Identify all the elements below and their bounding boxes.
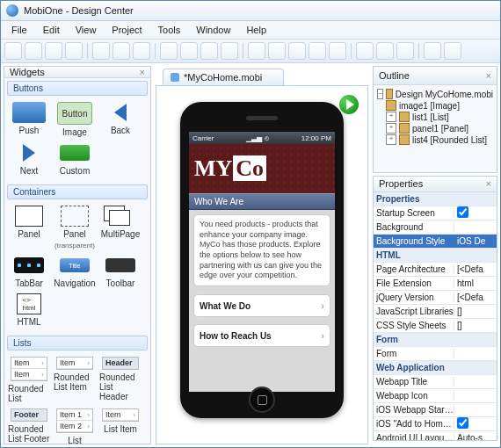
widget-panel-transparent[interactable]: Panel (transparent) xyxy=(54,206,96,249)
intro-paragraph[interactable]: You need products - products that enhanc… xyxy=(193,214,330,286)
expand-icon[interactable]: + xyxy=(386,112,396,122)
prop-category[interactable]: HTML xyxy=(374,249,497,263)
widget-next[interactable]: Next xyxy=(8,142,50,176)
toolbar-button[interactable] xyxy=(180,42,198,60)
menu-file[interactable]: File xyxy=(4,23,34,37)
banner-image[interactable]: MYCo xyxy=(189,144,335,193)
close-icon[interactable]: × xyxy=(486,70,491,81)
widget-rounded-list-item[interactable]: Item› Rounded List Item xyxy=(54,357,96,403)
menu-edit[interactable]: Edit xyxy=(36,23,67,37)
section-title[interactable]: Who We Are xyxy=(189,193,335,210)
node-icon xyxy=(386,100,396,111)
tree-item[interactable]: +list4 [Rounded List] xyxy=(377,134,493,145)
widget-rounded-list[interactable]: Item› Item› Rounded List xyxy=(8,357,50,403)
prop-row: Webapp Icon xyxy=(374,389,497,403)
widget-list-item[interactable]: Item› List Item xyxy=(99,408,142,445)
collapse-icon[interactable]: – xyxy=(377,89,383,99)
toolbar-button[interactable] xyxy=(396,42,414,60)
widget-push[interactable]: Push xyxy=(8,102,50,137)
document-tab[interactable]: *MyCoHome.mobi xyxy=(163,69,284,85)
canvas[interactable]: ↖ Carrier ▁▃▅ ⎋ 12:00 PM MYCo xyxy=(156,85,368,444)
status-bar: Carrier ▁▃▅ ⎋ 12:00 PM xyxy=(189,132,335,144)
widget-custom[interactable]: Custom xyxy=(54,142,96,176)
device-screen[interactable]: Carrier ▁▃▅ ⎋ 12:00 PM MYCo Who We Are Y… xyxy=(189,132,335,392)
document-tabs: *MyCoHome.mobi xyxy=(156,66,368,85)
menu-help[interactable]: Help xyxy=(239,23,273,37)
list-icon: Item 1› Item 2› xyxy=(56,408,93,433)
toolbar-button[interactable] xyxy=(444,42,461,60)
toolbar-button[interactable] xyxy=(45,42,62,60)
toolbar-button[interactable] xyxy=(25,42,42,60)
menu-window[interactable]: Window xyxy=(189,23,237,37)
widget-html[interactable]: <>html HTML xyxy=(8,293,50,327)
menu-tools[interactable]: Tools xyxy=(151,23,188,37)
close-icon[interactable]: × xyxy=(140,67,145,77)
section-lists[interactable]: Lists xyxy=(7,336,148,350)
expand-icon[interactable]: + xyxy=(386,123,396,134)
tree-item[interactable]: image1 [Image] xyxy=(377,100,493,111)
toolbar-button[interactable] xyxy=(160,42,178,60)
section-buttons[interactable]: Buttons xyxy=(7,81,148,96)
image-icon: Button xyxy=(57,102,92,125)
widget-rounded-list-footer[interactable]: Footer Rounded List Footer xyxy=(8,408,50,445)
toolbar-button[interactable] xyxy=(309,42,326,60)
close-icon[interactable]: × xyxy=(486,178,491,189)
widget-tabbar[interactable]: TabBar xyxy=(8,255,50,288)
toolbar-button[interactable] xyxy=(329,42,346,60)
prop-category[interactable]: Web Application xyxy=(374,361,497,375)
widget-navigation[interactable]: Title Navigation xyxy=(54,255,96,288)
expand-icon[interactable]: + xyxy=(386,134,396,145)
widget-list[interactable]: Item 1› Item 2› List xyxy=(54,408,96,445)
toolbar-button[interactable] xyxy=(92,42,110,60)
checkbox[interactable] xyxy=(457,206,468,218)
widgets-panel: Widgets × Buttons Push Button Image Back xyxy=(4,66,151,444)
outline-tree[interactable]: – Design MyCoHome.mobi image1 [Image] +l… xyxy=(374,85,497,172)
widget-toolbar[interactable]: Toolbar xyxy=(99,255,142,288)
run-button[interactable] xyxy=(339,95,359,114)
toolbar-button[interactable] xyxy=(268,42,286,60)
widget-back[interactable]: Back xyxy=(99,102,142,137)
widget-image[interactable]: Button Image xyxy=(54,102,96,137)
link-what-we-do[interactable]: What We Do› xyxy=(193,294,330,317)
logo: MYCo xyxy=(194,155,266,182)
tree-item[interactable]: +list1 [List] xyxy=(377,112,493,122)
toolbar-button[interactable] xyxy=(113,42,130,60)
prop-row: Startup Screen xyxy=(374,206,497,220)
tree-root[interactable]: – Design MyCoHome.mobi xyxy=(377,89,493,99)
toolbar-button[interactable] xyxy=(200,42,218,60)
prop-category[interactable]: Form xyxy=(374,333,497,347)
toolbar-separator xyxy=(87,43,88,59)
properties-table[interactable]: Properties Startup Screen Background Bac… xyxy=(374,192,497,440)
prop-row: JavaScript Libraries[] xyxy=(374,305,497,319)
checkbox[interactable] xyxy=(457,417,468,429)
home-button[interactable] xyxy=(249,387,275,413)
prop-category[interactable]: Properties xyxy=(374,192,497,206)
toolbar-button[interactable] xyxy=(356,42,374,60)
push-icon xyxy=(12,102,46,123)
toolbar-button[interactable] xyxy=(221,42,238,60)
section-containers[interactable]: Containers xyxy=(7,184,148,199)
widget-multipage[interactable]: MultiPage xyxy=(99,206,142,249)
multipage-icon xyxy=(104,206,137,227)
widget-panel[interactable]: Panel xyxy=(8,206,50,249)
properties-tab[interactable]: Properties × xyxy=(374,177,497,192)
toolbar-separator xyxy=(351,43,352,59)
widget-rounded-list-header[interactable]: Header Rounded List Header xyxy=(99,357,142,403)
toolbar-button[interactable] xyxy=(376,42,394,60)
widgets-tab[interactable]: Widgets × xyxy=(4,67,150,78)
rounded-list-icon: Item› Item› xyxy=(11,357,47,381)
toolbar-button[interactable] xyxy=(248,42,265,60)
toolbar-button[interactable] xyxy=(288,42,306,60)
properties-title: Properties xyxy=(379,178,423,189)
toolbar-button[interactable] xyxy=(4,42,22,60)
menu-project[interactable]: Project xyxy=(105,23,149,37)
tree-item[interactable]: +panel1 [Panel] xyxy=(377,123,493,134)
outline-tab[interactable]: Outline × xyxy=(374,67,497,85)
toolbar-button[interactable] xyxy=(133,42,150,60)
containers-grid: Panel Panel (transparent) MultiPage TabB… xyxy=(4,201,150,333)
buttons-grid: Push Button Image Back Next Custom xyxy=(4,98,150,182)
toolbar-button[interactable] xyxy=(424,42,441,60)
link-how-to-reach-us[interactable]: How to Reach Us› xyxy=(193,324,330,347)
toolbar-button[interactable] xyxy=(65,42,83,60)
menu-view[interactable]: View xyxy=(69,23,104,37)
